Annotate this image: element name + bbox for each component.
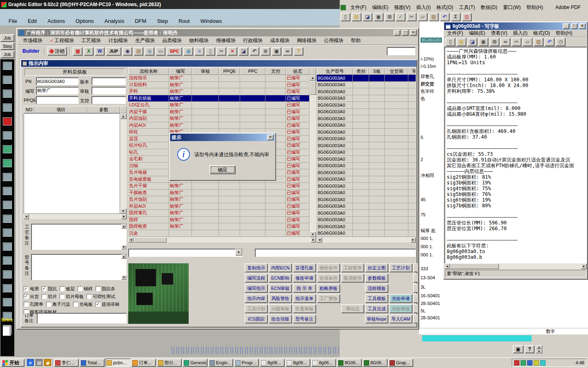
find-icon[interactable]: ∞: [501, 38, 510, 46]
model-row[interactable]: 8G06G003A0: [317, 88, 416, 95]
word-icon[interactable]: W: [95, 47, 105, 56]
layer-icon[interactable]: [3, 62, 12, 70]
action-button-型号备注[interactable]: 型号备注: [293, 314, 316, 323]
spin-up-button[interactable]: ▲: [536, 345, 542, 349]
model-row[interactable]: 8G06G003A0: [317, 169, 416, 176]
action-button-答案审核[interactable]: 答案审核: [293, 304, 316, 313]
tray-icon-4[interactable]: [534, 360, 539, 366]
layer-icon[interactable]: [3, 298, 12, 306]
document-icon[interactable]: ▯: [205, 47, 215, 56]
save-icon[interactable]: ◪: [468, 38, 477, 46]
view-eye-icon[interactable]: ◉: [122, 47, 132, 56]
model-row[interactable]: 8G06G003A0: [317, 217, 416, 224]
layer-icon[interactable]: [3, 145, 12, 153]
checkbox-锡样[interactable]: 锡样: [78, 286, 93, 292]
zoom-icon[interactable]: ⊙: [261, 47, 270, 56]
spell-check-icon[interactable]: ✓: [396, 13, 405, 21]
checkbox-box[interactable]: [42, 294, 47, 299]
process-row[interactable]: 负片干膜杨荣广已编写: [128, 183, 310, 190]
undo-icon[interactable]: ↶: [249, 47, 259, 56]
module-item-9[interactable]: 成本模块: [266, 36, 293, 45]
scroll-down-arrow[interactable]: ▼: [310, 231, 316, 237]
cut-icon[interactable]: ✂: [216, 47, 226, 56]
action-button-内部ECN[interactable]: 内部ECN: [269, 263, 292, 272]
autosum-icon[interactable]: Σ: [451, 13, 461, 21]
menu-item-windows[interactable]: Windows: [195, 17, 227, 25]
layer-icon[interactable]: [3, 90, 12, 98]
process-row[interactable]: 开料后烘板杨荣广已编写: [128, 95, 310, 102]
layer-icon[interactable]: [3, 215, 12, 223]
model-row[interactable]: 8G06G003A0: [317, 102, 416, 109]
excel-icon[interactable]: X: [84, 47, 94, 56]
action-button-锁[interactable]: 锁: [413, 284, 417, 293]
contacts-icon[interactable]: ◎: [145, 47, 154, 56]
action-button-发[interactable]: 发: [413, 304, 417, 313]
wordpad-menu-item[interactable]: 编辑(E): [466, 29, 488, 38]
model-row[interactable]: 8G06G003A0: [317, 190, 416, 197]
checkbox-镀层[interactable]: 镀层: [60, 286, 75, 292]
layer-icon[interactable]: [3, 117, 12, 126]
checkbox-电测[interactable]: ✓电测: [24, 286, 39, 292]
process-table-hscrollbar[interactable]: ◄ ►: [128, 237, 316, 242]
module-item-8[interactable]: 行政模块: [239, 36, 266, 45]
plug-icon[interactable]: ≡: [194, 47, 204, 56]
model-row[interactable]: 8G06G003A0: [317, 149, 416, 156]
checkbox-离子污染[interactable]: 离子污染: [46, 301, 70, 307]
checkbox-出货[interactable]: ✓出货: [24, 294, 39, 300]
ie-icon[interactable]: e: [27, 359, 34, 366]
action-button-指 示 库[interactable]: 指 示 库: [293, 284, 316, 293]
print-icon[interactable]: ▣: [272, 47, 281, 56]
menu-item-options[interactable]: Options: [70, 17, 99, 25]
checkbox-box[interactable]: ✓: [24, 294, 29, 299]
preview-icon[interactable]: ⊞: [385, 13, 394, 21]
module-item-10[interactable]: 网络模块: [293, 36, 320, 45]
action-button-合排条件[interactable]: 合排条件: [317, 274, 340, 283]
process-row[interactable]: 阻焊塞孔杨荣广已编写: [128, 210, 310, 217]
chart-icon[interactable]: ▥: [462, 13, 472, 21]
layer-icon[interactable]: [3, 159, 12, 167]
checkbox-切片母板[interactable]: 切片母板: [60, 294, 84, 300]
action-button-报价条件[interactable]: 报价条件: [317, 263, 340, 272]
globe-icon[interactable]: ◍: [183, 47, 193, 56]
excel-menu-item[interactable]: 窗口(W): [500, 3, 523, 12]
module-item-1[interactable]: ✓工程模块: [46, 36, 78, 45]
checkbox-box[interactable]: [78, 286, 82, 291]
layer-icon[interactable]: [3, 256, 12, 265]
action-button-审核Nope[interactable]: 审核Nope: [365, 314, 388, 323]
layer-icon[interactable]: [3, 270, 12, 278]
model-row[interactable]: 8G06G003A0: [317, 136, 416, 143]
layer-icon[interactable]: [3, 201, 12, 209]
checkbox-可焊性测试[interactable]: 可焊性测试: [87, 294, 115, 300]
scroll-left-arrow[interactable]: ◄: [444, 263, 450, 269]
print-preview-icon[interactable]: ⊞: [490, 38, 499, 46]
checkbox-box[interactable]: ✓: [96, 302, 100, 307]
action-button-工厂警告[interactable]: 工厂警告: [317, 294, 340, 303]
action-button-问题审核[interactable]: 问题审核: [269, 304, 292, 313]
excel-menu-item[interactable]: 帮助(H): [523, 3, 546, 12]
wordpad-maximize-button[interactable]: □: [571, 23, 577, 29]
checkbox-光电板[interactable]: 光电板: [73, 301, 93, 307]
help-icon[interactable]: ?: [294, 47, 303, 56]
graphic-editor-titlebar[interactable]: Graphic Editor 9.02c2 (00@HY-P2CAM-PC10 …: [0, 0, 340, 9]
undo-icon[interactable]: ↶: [440, 13, 450, 21]
process-note-textarea[interactable]: ▲ ▼: [31, 224, 127, 250]
wordpad-menu-item[interactable]: 格式(O): [530, 29, 553, 38]
spin-down-button[interactable]: ▼: [536, 349, 542, 353]
job-button-2[interactable]: Job: [0, 51, 14, 58]
print-button[interactable]: ▣: [513, 345, 523, 353]
module-item-0[interactable]: 市场模块: [19, 36, 46, 45]
layer-icon[interactable]: [3, 76, 12, 84]
action-button-修改申请[interactable]: 修改申请: [293, 274, 316, 283]
checkbox-提供菲林[interactable]: ✓提供菲林: [96, 301, 120, 307]
task-button-8G06...[interactable]: 8G06...: [337, 359, 362, 367]
menu-item-edit[interactable]: Edit: [22, 17, 42, 25]
task-button-8g06...[interactable]: 8g06...: [311, 359, 336, 367]
layer-icon[interactable]: [3, 173, 12, 181]
process-row[interactable]: LDI定位孔杨荣广已编写: [128, 102, 310, 109]
chevron-down-icon[interactable]: ▼: [235, 249, 242, 256]
item-table-body[interactable]: [24, 113, 120, 214]
checkbox-阻抗条[interactable]: 阻抗条: [96, 286, 115, 292]
action-button-ICS跟踪[interactable]: ICS跟踪: [245, 314, 268, 323]
logout-button[interactable]: 注销: [47, 47, 67, 56]
process-row[interactable]: 内层AOI杨荣广已编写: [128, 122, 310, 129]
